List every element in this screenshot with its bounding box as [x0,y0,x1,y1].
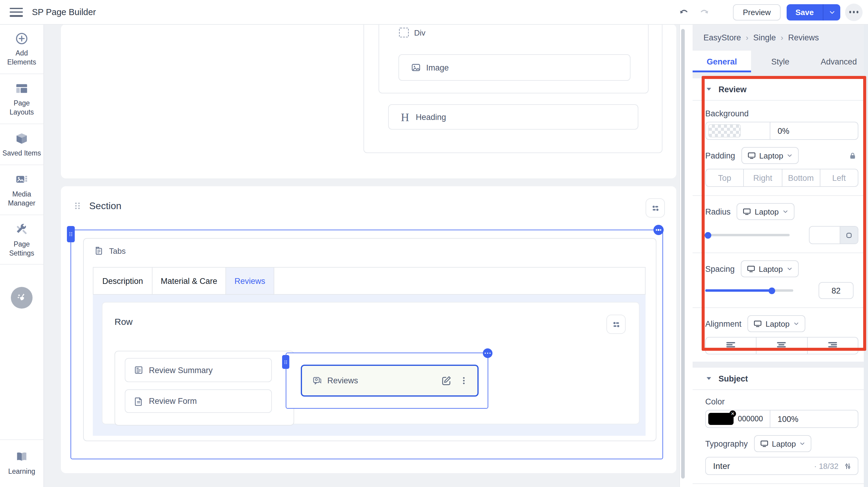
preview-button[interactable]: Preview [733,4,781,20]
align-right-icon [828,340,838,351]
section-options-button[interactable] [646,198,665,218]
column-box[interactable]: Div Image H Heading [364,24,662,153]
padding-bottom-input[interactable] [782,170,820,186]
drag-dots-icon [68,230,73,238]
sidebar-item-label: Saved Items [2,149,41,158]
padding-device-dropdown[interactable]: Laptop [741,147,799,164]
undo-icon[interactable] [679,7,689,17]
tab-description[interactable]: Description [93,268,153,294]
chevron-down-icon [800,440,806,447]
more-options-button[interactable] [845,3,863,21]
background-color-picker[interactable] [706,122,770,139]
element-label: Tabs [109,246,126,255]
review-form-element[interactable]: Review Form [125,389,272,413]
align-left-button[interactable] [706,337,756,354]
tab-label: Advanced [821,57,857,66]
heading-element[interactable]: H Heading [388,104,638,129]
redo-icon[interactable] [700,7,710,17]
corner-radius-icon [845,231,853,239]
row-card: Row Review Summary [102,302,640,424]
breadcrumb-single[interactable]: Single [753,33,776,42]
slider-handle[interactable] [705,232,711,238]
padding-values-group [705,169,858,187]
typography-device-dropdown[interactable]: Laptop [754,435,812,452]
sidebar-item-learning[interactable]: Learning [0,439,43,487]
align-right-button[interactable] [807,337,858,354]
spacing-slider[interactable] [705,282,793,299]
addon-more-button[interactable] [483,348,493,358]
color-opacity-input[interactable] [776,414,858,424]
clear-color-icon[interactable]: ✕ [730,410,736,417]
drag-dots-icon [283,358,288,366]
sidebar-item-media-manager[interactable]: Media Manager [0,165,43,215]
device-value: Laptop [755,207,779,216]
save-button[interactable]: Save [786,7,823,17]
caret-down-icon [705,375,712,382]
color-picker[interactable]: ✕ 000000 [706,410,770,427]
image-element[interactable]: Image [398,54,630,81]
left-sidebar: Add Elements Page Layouts Saved Items Me… [0,24,44,487]
review-section-header[interactable]: Review [692,78,864,101]
tab-advanced[interactable]: Advanced [809,51,868,72]
tab-content-area: Row Review Summary [93,295,646,436]
sidebar-item-saved-items[interactable]: Saved Items [0,124,43,165]
radius-label: Radius [705,207,731,216]
div-element[interactable]: Div Image [378,24,649,93]
tab-reviews[interactable]: Reviews [226,268,274,294]
breadcrumb-easystore[interactable]: EasyStore [704,33,741,42]
reviews-addon-wrapper[interactable]: Reviews [286,353,488,409]
canvas-scrollbar[interactable] [679,24,693,487]
tab-general[interactable]: General [692,51,751,72]
alignment-device-dropdown[interactable]: Laptop [747,315,805,332]
radius-device-dropdown[interactable]: Laptop [737,203,795,220]
padding-left-input[interactable] [820,170,858,186]
spacing-value-input[interactable] [819,285,853,296]
layout-icon [15,82,28,95]
sidebar-item-add-elements[interactable]: Add Elements [0,24,43,74]
kebab-menu-icon[interactable] [459,376,468,385]
color-hex-value: 000000 [738,415,763,423]
subject-section-header[interactable]: Subject [692,368,864,390]
drag-handle-icon[interactable] [73,201,82,211]
review-summary-element[interactable]: Review Summary [125,358,272,382]
radius-link-button[interactable] [840,226,858,243]
reviews-addon[interactable]: Reviews [301,365,478,397]
plus-circle-icon [15,32,28,45]
sidebar-item-page-settings[interactable]: Page Settings [0,215,43,265]
tab-label: Description [102,276,143,285]
row-more-button[interactable] [653,225,664,235]
save-dropdown-button[interactable] [823,4,840,20]
tab-label: Reviews [235,276,265,285]
slider-handle[interactable] [768,287,775,294]
row-options-button[interactable] [607,315,626,334]
tab-style[interactable]: Style [751,51,809,72]
scrollbar-thumb[interactable] [681,29,685,479]
laptop-icon [760,439,768,448]
align-center-button[interactable] [756,337,807,354]
typography-control[interactable]: Inter · 18/32 [705,457,858,475]
lock-icon[interactable] [849,152,857,159]
options-icon [612,320,621,329]
radius-value-input[interactable] [809,226,840,243]
sidebar-item-page-layouts[interactable]: Page Layouts [0,74,43,124]
sidebar-item-label: Page Settings [2,240,41,258]
addon-drag-handle[interactable] [282,355,289,369]
avatar[interactable] [11,287,33,309]
background-label: Background [705,109,858,118]
breadcrumb-reviews[interactable]: Reviews [788,33,819,42]
panel-scrollbar[interactable] [864,24,868,487]
chevron-down-icon [829,9,835,16]
padding-right-input[interactable] [744,170,782,186]
tab-material-care[interactable]: Material & Care [153,268,226,294]
background-opacity-input[interactable] [776,126,858,136]
edit-icon[interactable] [441,375,452,386]
radius-input-group [809,226,858,244]
padding-top-input[interactable] [706,170,744,186]
spacing-device-dropdown[interactable]: Laptop [741,261,799,277]
radius-slider[interactable] [705,226,789,243]
row-drag-handle[interactable] [67,226,75,242]
align-center-icon [777,340,787,351]
spacing-value-box [818,282,854,299]
hamburger-menu-icon[interactable] [10,7,23,17]
sliders-icon[interactable] [844,462,852,470]
